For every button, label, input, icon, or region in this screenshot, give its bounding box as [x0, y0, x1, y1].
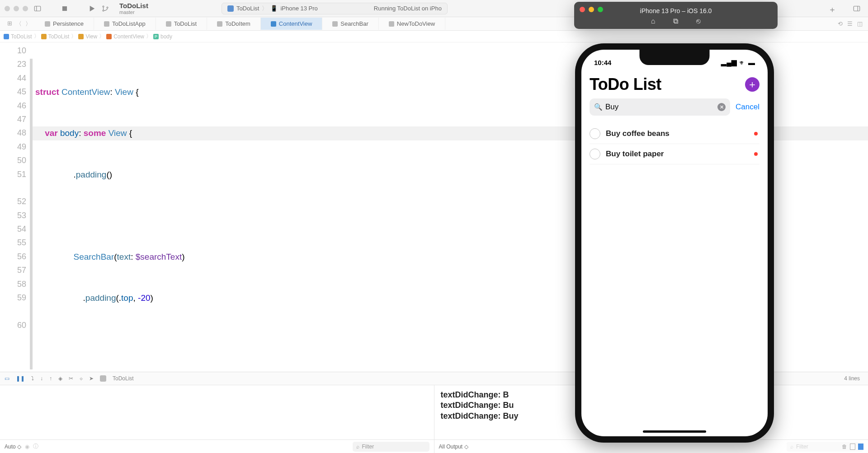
- sim-home-icon[interactable]: ⌂: [651, 17, 656, 25]
- line-gutter: 10 23 44 45 46 47 48 49 50 51 52 53 54 5…: [0, 42, 32, 372]
- todo-list: Buy coffee beans Buy toilet paper: [590, 124, 760, 164]
- breakpoint-toggle-icon[interactable]: ▭: [5, 375, 9, 382]
- location-icon[interactable]: ➤: [89, 375, 94, 382]
- file-tab-todoitem[interactable]: ToDoItem: [207, 18, 261, 30]
- filter-icon: ⌕: [356, 444, 359, 450]
- iphone-screen[interactable]: 10:44 ▂▄▆ ᯤ ▬ ToDo List ＋ 🔍 ✕ Cancel: [581, 50, 768, 436]
- search-input[interactable]: [605, 103, 715, 112]
- adjust-icon[interactable]: ☰: [847, 20, 853, 27]
- auto-selector[interactable]: Auto ◇: [5, 444, 21, 450]
- step-out-icon[interactable]: ↑: [49, 375, 52, 382]
- folder-icon: [78, 34, 84, 39]
- svg-point-5: [103, 10, 104, 11]
- swift-icon: [332, 21, 338, 27]
- left-panel-toggle-icon[interactable]: [850, 444, 855, 450]
- project-title: ToDoList master: [119, 2, 148, 15]
- eye-icon[interactable]: ◉: [25, 444, 29, 450]
- breadcrumb[interactable]: ToDoList〉 ToDoList〉 View〉 ContentView〉 P…: [0, 31, 868, 42]
- memory-icon[interactable]: ⟐: [80, 375, 83, 382]
- sim-minimize-icon[interactable]: [589, 7, 594, 12]
- tab-back-icon[interactable]: 〈: [16, 20, 22, 28]
- pause-icon[interactable]: ❚❚: [16, 375, 25, 382]
- cancel-button[interactable]: Cancel: [736, 103, 760, 112]
- trash-icon[interactable]: 🗑: [842, 444, 847, 450]
- lines-count: 4 lines: [844, 375, 860, 382]
- output-selector[interactable]: All Output ◇: [439, 444, 468, 450]
- step-over-icon[interactable]: ⤵: [31, 375, 34, 382]
- todo-row[interactable]: Buy coffee beans: [590, 124, 760, 144]
- variables-filter[interactable]: ⌕ Filter: [353, 442, 429, 452]
- svg-rect-2: [63, 6, 67, 10]
- tab-grid-icon[interactable]: ⊞: [7, 20, 12, 28]
- add-todo-button[interactable]: ＋: [745, 77, 760, 92]
- clear-search-icon[interactable]: ✕: [717, 103, 726, 111]
- simulator-window: iPhone 13 Pro – iOS 16.0 ⌂ ⧉ ⎋: [574, 2, 778, 29]
- file-tab-todolistapp[interactable]: ToDoListApp: [94, 18, 156, 30]
- variables-view[interactable]: Auto ◇ ◉ ⓘ ⌕ Filter: [0, 385, 434, 453]
- search-icon: 🔍: [594, 103, 603, 111]
- scheme-selector[interactable]: ToDoList 〉 📱 iPhone 13 Pro Running ToDoL…: [222, 3, 448, 14]
- right-panel-toggle-icon[interactable]: [858, 444, 863, 450]
- project-branch: master: [119, 9, 148, 15]
- run-icon[interactable]: [88, 5, 96, 13]
- close-dot-icon[interactable]: [5, 6, 10, 11]
- svg-marker-3: [90, 6, 94, 11]
- file-tab-contentview[interactable]: ContentView: [261, 18, 322, 30]
- branch-icon[interactable]: [101, 5, 109, 13]
- app-icon: [227, 5, 234, 12]
- battery-icon: ▬: [748, 59, 755, 66]
- sim-rotate-icon[interactable]: ⎋: [696, 17, 701, 25]
- status-time: 10:44: [594, 59, 611, 66]
- swift-icon: [217, 21, 222, 27]
- wifi-icon: ᯤ: [739, 59, 746, 66]
- file-tab-todolist[interactable]: ToDoList: [156, 18, 208, 30]
- todo-checkbox[interactable]: [590, 149, 600, 159]
- scheme-device: iPhone 13 Pro: [280, 5, 317, 12]
- stop-icon[interactable]: [61, 5, 69, 13]
- project-name: ToDoList: [119, 2, 148, 9]
- file-tab-persistence[interactable]: Persistence: [35, 18, 94, 30]
- notch: [640, 50, 710, 65]
- refresh-icon[interactable]: ⟲: [838, 20, 843, 27]
- svg-rect-7: [854, 6, 860, 11]
- iphone-device: 10:44 ▂▄▆ ᯤ ▬ ToDo List ＋ 🔍 ✕ Cancel: [575, 43, 774, 443]
- split-icon[interactable]: ◫: [857, 20, 863, 27]
- home-indicator[interactable]: [643, 430, 706, 433]
- property-icon: P: [153, 34, 159, 39]
- todo-name: Buy toilet paper: [606, 149, 749, 159]
- zoom-dot-icon[interactable]: [23, 6, 28, 11]
- sidebar-toggle-icon[interactable]: [33, 5, 42, 13]
- todo-row[interactable]: Buy toilet paper: [590, 144, 760, 164]
- signal-icon: ▂▄▆: [721, 58, 737, 66]
- right-side-toggle[interactable]: [845, 0, 868, 17]
- todo-name: Buy coffee beans: [606, 129, 749, 138]
- file-tab-searchbar[interactable]: SearchBar: [322, 18, 378, 30]
- priority-dot-icon: [754, 132, 758, 135]
- library-plus-icon[interactable]: ＋: [828, 4, 836, 15]
- sim-zoom-icon[interactable]: [598, 7, 603, 12]
- tab-forward-icon[interactable]: 〉: [25, 20, 31, 28]
- filter-icon: ⌕: [790, 444, 793, 450]
- swift-icon: [45, 21, 50, 27]
- sim-traffic-lights: [580, 7, 603, 12]
- step-into-icon[interactable]: ↓: [40, 375, 43, 382]
- simulator-title: iPhone 13 Pro – iOS 16.0: [640, 7, 712, 14]
- priority-dot-icon: [754, 152, 758, 156]
- debug-target: ToDoList: [113, 375, 134, 382]
- search-field[interactable]: 🔍 ✕: [590, 98, 730, 116]
- build-status: Running ToDoList on iPho: [374, 5, 442, 12]
- swift-file-icon: [106, 34, 112, 39]
- debug-view-icon[interactable]: ◈: [58, 375, 62, 382]
- sim-close-icon[interactable]: [580, 7, 585, 12]
- swift-icon: [389, 21, 394, 27]
- scissors-icon[interactable]: ✂: [69, 375, 73, 382]
- file-tab-newtodoview[interactable]: NewToDoView: [379, 18, 445, 30]
- info-icon[interactable]: ⓘ: [33, 443, 38, 450]
- minimize-dot-icon[interactable]: [14, 6, 19, 11]
- fold-ribbon[interactable]: [30, 59, 33, 369]
- todo-checkbox[interactable]: [590, 128, 600, 139]
- project-icon: [4, 34, 9, 39]
- sim-screenshot-icon[interactable]: ⧉: [673, 17, 678, 25]
- swift-icon: [271, 21, 276, 27]
- target-icon[interactable]: [100, 375, 106, 382]
